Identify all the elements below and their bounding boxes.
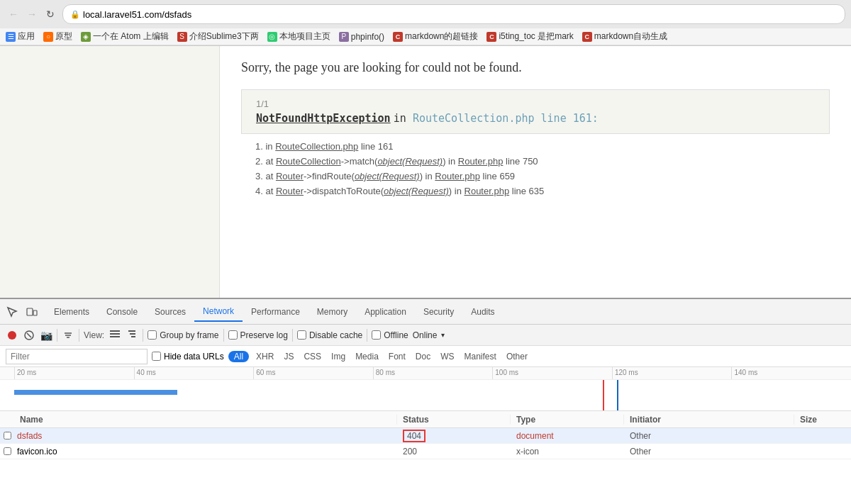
tick-140: 140 ms bbox=[731, 367, 851, 379]
ruler-spacer bbox=[0, 367, 14, 379]
tick-80: 80 ms bbox=[373, 367, 493, 379]
devtools-controls bbox=[3, 303, 41, 321]
clear-button[interactable] bbox=[23, 329, 35, 342]
stack-num-3: 3. bbox=[255, 171, 263, 181]
preserve-log-checkbox[interactable] bbox=[228, 330, 238, 340]
row1-type-cell: document bbox=[511, 431, 624, 441]
record-button[interactable] bbox=[6, 329, 18, 342]
filter-manifest-button[interactable]: Manifest bbox=[462, 351, 499, 362]
inspect-element-button[interactable] bbox=[3, 303, 21, 321]
filter-bar: Hide data URLs All XHR JS CSS Img Media … bbox=[0, 346, 851, 367]
stack-item-1: 1. in RouteCollection.php line 161 bbox=[255, 141, 816, 152]
row1-checkbox[interactable] bbox=[4, 432, 11, 439]
row2-name: favicon.ico bbox=[17, 447, 57, 457]
stack-num-1: 1. bbox=[255, 141, 263, 152]
filter-media-button[interactable]: Media bbox=[352, 351, 382, 362]
stack-text-1: in RouteCollection.php line 161 bbox=[265, 141, 393, 152]
table-row[interactable]: favicon.ico 200 x-icon Other bbox=[0, 444, 851, 459]
bookmark-md[interactable]: C markdown的超链接 bbox=[393, 30, 478, 43]
timeline-ruler: 20 ms 40 ms 60 ms 80 ms 100 ms 120 ms 14… bbox=[0, 367, 851, 380]
tick-100: 100 ms bbox=[492, 367, 612, 379]
sublime-icon: S bbox=[177, 32, 187, 42]
svg-rect-12 bbox=[131, 336, 135, 337]
bookmark-i5[interactable]: C i5ting_toc 是把mark bbox=[486, 30, 573, 43]
filter-font-button[interactable]: Font bbox=[386, 351, 408, 362]
filter-xhr-button[interactable]: XHR bbox=[253, 351, 277, 362]
header-status: Status bbox=[397, 415, 511, 425]
tab-network[interactable]: Network bbox=[194, 302, 243, 322]
filter-other-button[interactable]: Other bbox=[504, 351, 530, 362]
lock-icon: 🔒 bbox=[70, 10, 80, 19]
bookmark-local[interactable]: ◎ 本地项目主页 bbox=[267, 30, 330, 43]
filter-button[interactable] bbox=[62, 329, 74, 342]
row1-checkbox-cell bbox=[0, 432, 14, 439]
group-by-frame-checkbox-label[interactable]: Group by frame bbox=[148, 330, 218, 340]
tab-security[interactable]: Security bbox=[415, 303, 462, 321]
tick-120: 120 ms bbox=[612, 367, 732, 379]
devtools-tabs: Elements Console Sources Network Perform… bbox=[0, 299, 851, 325]
apps-icon: ☰ bbox=[6, 32, 16, 42]
back-button[interactable]: ← bbox=[6, 6, 21, 22]
tab-performance[interactable]: Performance bbox=[243, 303, 308, 321]
bookmark-local-label: 本地项目主页 bbox=[279, 30, 330, 43]
md2-icon: C bbox=[582, 32, 592, 42]
disable-cache-checkbox-label[interactable]: Disable cache bbox=[297, 330, 362, 340]
filter-js-button[interactable]: JS bbox=[281, 351, 296, 362]
tab-audits[interactable]: Audits bbox=[462, 303, 503, 321]
disable-cache-checkbox[interactable] bbox=[297, 330, 306, 340]
row2-checkbox[interactable] bbox=[4, 447, 11, 455]
bookmark-sublime[interactable]: S 介绍Sublime3下两 bbox=[177, 30, 259, 43]
url-text: local.laravel51.com/dsfads bbox=[83, 9, 191, 20]
timeline-line-blue bbox=[617, 380, 618, 411]
refresh-button[interactable]: ↻ bbox=[43, 6, 58, 22]
filter-doc-button[interactable]: Doc bbox=[413, 351, 433, 362]
tree-view-button[interactable] bbox=[126, 329, 138, 341]
bookmark-md-label: markdown的超链接 bbox=[405, 30, 478, 43]
i5-icon: C bbox=[486, 32, 496, 42]
tab-sources[interactable]: Sources bbox=[146, 303, 194, 321]
filter-img-button[interactable]: Img bbox=[328, 351, 348, 362]
row1-name-link[interactable]: dsfads bbox=[17, 431, 42, 441]
device-toolbar-button[interactable] bbox=[23, 303, 41, 321]
filter-css-button[interactable]: CSS bbox=[301, 351, 324, 362]
exception-counter: 1/1 bbox=[256, 99, 815, 109]
tab-memory[interactable]: Memory bbox=[308, 303, 356, 321]
hide-data-urls-label[interactable]: Hide data URLs bbox=[152, 352, 224, 362]
stack-item-4: 4. at Router->dispatchToRoute(object(Req… bbox=[255, 186, 816, 196]
tab-elements[interactable]: Elements bbox=[45, 303, 98, 321]
preserve-log-checkbox-label[interactable]: Preserve log bbox=[228, 330, 288, 340]
separator-3 bbox=[143, 329, 143, 342]
disable-cache-label: Disable cache bbox=[309, 330, 362, 340]
list-view-button[interactable] bbox=[109, 329, 121, 341]
browser-toolbar: ← → ↻ 🔒 local.laravel51.com/dsfads bbox=[0, 0, 851, 28]
throttle-arrow-icon[interactable]: ▾ bbox=[441, 331, 445, 339]
row1-status-cell: 404 bbox=[397, 430, 511, 442]
screenshot-button[interactable]: 📷 bbox=[40, 329, 52, 342]
bookmark-atom[interactable]: ◈ 一个在 Atom 上编辑 bbox=[81, 30, 169, 43]
offline-checkbox[interactable] bbox=[372, 330, 381, 340]
address-bar[interactable]: 🔒 local.laravel51.com/dsfads bbox=[62, 4, 845, 24]
bookmark-php[interactable]: P phpinfo() bbox=[339, 32, 384, 42]
page-content: Sorry, the page you are looking for coul… bbox=[220, 46, 851, 298]
bookmark-apps[interactable]: ☰ 应用 bbox=[6, 30, 35, 43]
bookmark-apps-label: 应用 bbox=[18, 30, 35, 43]
filter-ws-button[interactable]: WS bbox=[438, 351, 457, 362]
timeline-area: 20 ms 40 ms 60 ms 80 ms 100 ms 120 ms 14… bbox=[0, 367, 851, 411]
bookmark-yuan[interactable]: ○ 原型 bbox=[43, 30, 72, 43]
stack-text-4: at Router->dispatchToRoute(object(Reques… bbox=[265, 186, 544, 196]
offline-checkbox-label[interactable]: Offline bbox=[372, 330, 408, 340]
hide-data-urls-text: Hide data URLs bbox=[164, 352, 224, 362]
filter-input[interactable] bbox=[6, 349, 148, 364]
group-by-frame-checkbox[interactable] bbox=[148, 330, 157, 340]
table-row[interactable]: dsfads 404 document Other bbox=[0, 428, 851, 444]
bookmark-md2[interactable]: C markdown自动生成 bbox=[582, 30, 667, 43]
bookmarks-bar: ☰ 应用 ○ 原型 ◈ 一个在 Atom 上编辑 S 介绍Sublime3下两 … bbox=[0, 28, 851, 45]
hide-data-urls-checkbox[interactable] bbox=[152, 352, 161, 361]
tab-application[interactable]: Application bbox=[356, 303, 415, 321]
svg-rect-10 bbox=[128, 330, 135, 332]
nav-buttons: ← → ↻ bbox=[6, 6, 58, 22]
filter-all-button[interactable]: All bbox=[228, 351, 249, 362]
bookmark-yuan-label: 原型 bbox=[55, 30, 72, 43]
tab-console[interactable]: Console bbox=[98, 303, 146, 321]
forward-button[interactable]: → bbox=[24, 6, 40, 22]
